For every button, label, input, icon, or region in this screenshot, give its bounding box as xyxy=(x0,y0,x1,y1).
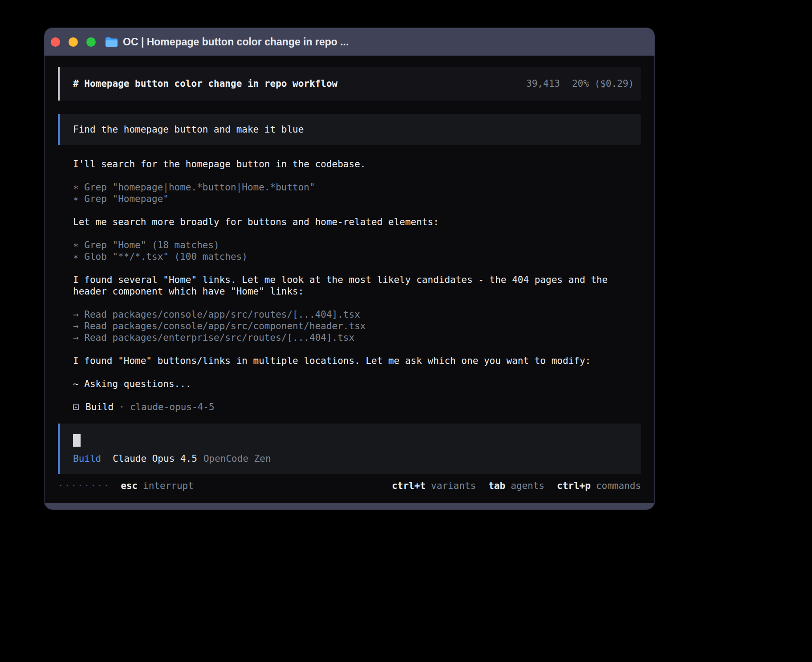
status-bar-left: ········ esc interrupt xyxy=(58,480,194,492)
assistant-text-candidates: I found several "Home" links. Let me loo… xyxy=(73,274,641,297)
window-bottom-edge xyxy=(45,503,654,509)
commands-label: commands xyxy=(596,480,641,492)
terminal-content: # Homepage button color change in repo w… xyxy=(45,56,654,503)
tool-call-read: → Read packages/console/app/src/routes/[… xyxy=(73,309,641,320)
user-message-text: Find the homepage button and make it blu… xyxy=(73,124,304,135)
minimize-button[interactable] xyxy=(69,37,78,47)
agent-status-line: Build · claude-opus-4-5 xyxy=(73,401,641,413)
input-meta-row: Build Claude Opus 4.5 OpenCode Zen xyxy=(73,453,628,464)
shortcut-commands: ctrl+p commands xyxy=(557,480,641,492)
tool-call-grep: ∗ Grep "Homepage" xyxy=(73,193,641,205)
prompt-input[interactable]: Build Claude Opus 4.5 OpenCode Zen xyxy=(58,424,641,474)
token-count: 39,413 xyxy=(526,78,560,89)
tool-call-grep: ∗ Grep "homepage|home.*button|Home.*butt… xyxy=(73,182,641,193)
window-title: OC | Homepage button color change in rep… xyxy=(123,36,349,48)
close-button[interactable] xyxy=(51,37,60,47)
input-agent-label[interactable]: Build xyxy=(73,453,101,464)
agent-name: Build xyxy=(85,401,114,413)
tool-call-grep: ∗ Grep "Home" (18 matches) xyxy=(73,239,641,251)
tool-call-group: → Read packages/console/app/src/routes/[… xyxy=(73,309,641,343)
assistant-text-broaden: Let me search more broadly for buttons a… xyxy=(73,216,641,228)
tool-call-group: ∗ Grep "Home" (18 matches) ∗ Glob "**/*.… xyxy=(73,239,641,262)
status-bar: ········ esc interrupt ctrl+t variants t… xyxy=(58,480,641,492)
shortcut-variants: ctrl+t variants xyxy=(392,480,476,492)
esc-key: esc xyxy=(121,480,138,492)
assistant-text-ask: I found "Home" buttons/links in multiple… xyxy=(73,355,641,367)
session-stats: 39,413 20% ($0.29) xyxy=(526,78,634,89)
folder-icon xyxy=(106,37,118,47)
terminal-window: OC | Homepage button color change in rep… xyxy=(45,28,654,509)
tool-call-read: → Read packages/console/app/src/componen… xyxy=(73,320,641,332)
status-bar-right: ctrl+t variants tab agents ctrl+p comman… xyxy=(392,480,641,492)
session-header: # Homepage button color change in repo w… xyxy=(58,67,641,101)
user-message: Find the homepage button and make it blu… xyxy=(58,114,641,145)
agent-model: claude-opus-4-5 xyxy=(130,401,215,413)
input-provider-label: OpenCode Zen xyxy=(203,453,271,464)
commands-key: ctrl+p xyxy=(557,480,591,492)
spinner-dots: ········ xyxy=(58,480,110,492)
esc-label: interrupt xyxy=(143,480,194,492)
assistant-response: I'll search for the homepage button in t… xyxy=(58,158,641,413)
traffic-lights xyxy=(51,37,96,47)
variants-key: ctrl+t xyxy=(392,480,426,492)
context-cost: 20% ($0.29) xyxy=(572,78,634,89)
text-cursor xyxy=(73,434,81,447)
variants-label: variants xyxy=(431,480,476,492)
assistant-text-intro: I'll search for the homepage button in t… xyxy=(73,158,641,170)
shortcut-interrupt: esc interrupt xyxy=(121,480,194,492)
tool-call-glob: ∗ Glob "**/*.tsx" (100 matches) xyxy=(73,251,641,262)
agent-activity-status: ~ Asking questions... xyxy=(73,378,641,390)
zoom-button[interactable] xyxy=(86,37,96,47)
agent-separator: · xyxy=(119,401,125,413)
session-title: # Homepage button color change in repo w… xyxy=(73,78,337,89)
agents-key: tab xyxy=(488,480,505,492)
tool-call-group: ∗ Grep "homepage|home.*button|Home.*butt… xyxy=(73,182,641,205)
input-model-label[interactable]: Claude Opus 4.5 xyxy=(113,453,197,464)
agent-icon xyxy=(73,404,79,410)
titlebar: OC | Homepage button color change in rep… xyxy=(45,28,654,56)
agents-label: agents xyxy=(511,480,544,492)
tool-call-read: → Read packages/enterprise/src/routes/[.… xyxy=(73,332,641,343)
shortcut-agents: tab agents xyxy=(488,480,544,492)
